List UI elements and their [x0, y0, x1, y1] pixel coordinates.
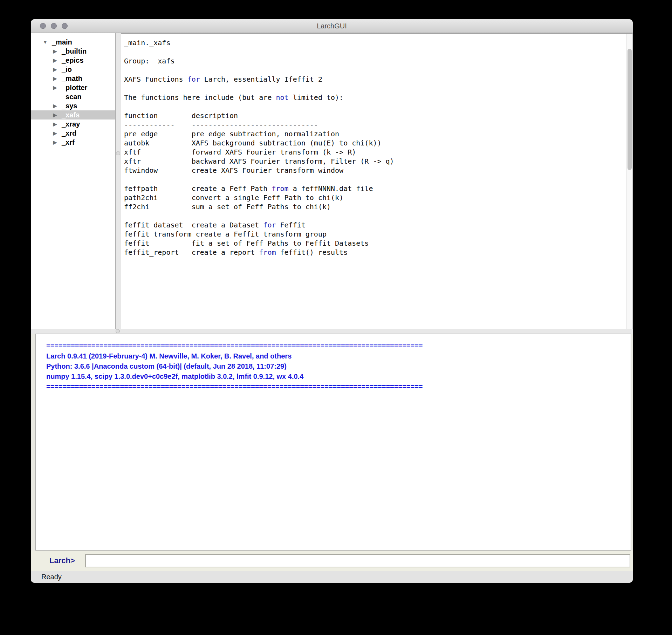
- larch-prompt-label: Larch>: [49, 556, 75, 565]
- vertical-splitter[interactable]: [116, 33, 121, 329]
- tree-item-xrd[interactable]: ▶_xrd: [31, 129, 115, 138]
- tree-item-io[interactable]: ▶_io: [31, 65, 115, 74]
- text-line: feffit_report create a report from feffi…: [124, 248, 625, 257]
- text-line: The functions here include (but are not …: [124, 93, 625, 102]
- triangle-down-icon[interactable]: ▼: [41, 37, 49, 47]
- text-line: pre_edge pre_edge subtraction, normaliza…: [124, 129, 625, 138]
- command-prompt-bar: Larch>: [31, 551, 633, 571]
- status-text: Ready: [41, 573, 62, 581]
- vertical-scrollbar[interactable]: [626, 34, 632, 329]
- horizontal-splitter[interactable]: [31, 329, 633, 334]
- larchgui-window: LarchGUI ▼_main▶_builtin▶_epics▶_io▶_mat…: [31, 19, 633, 583]
- tree-item-label: _epics: [62, 56, 83, 64]
- text-line: xftr backward XAFS Fourier transform, Fi…: [124, 157, 625, 166]
- group-description-text[interactable]: _main._xafs Group: _xafs XAFS Functions …: [121, 34, 632, 257]
- tree-item-label: _xrd: [62, 129, 76, 137]
- text-line: Python: 3.6.6 |Anaconda custom (64-bit)|…: [46, 361, 627, 371]
- text-line: ftwindow create XAFS Fourier transform w…: [124, 166, 625, 175]
- splitter-grip-icon[interactable]: [116, 151, 120, 155]
- status-bar: Ready: [31, 571, 633, 583]
- tree-item-label: _xrf: [62, 138, 75, 146]
- tree-item-label: _plotter: [62, 84, 87, 92]
- text-line: [124, 47, 625, 56]
- tree-item-label: _scan: [62, 93, 82, 101]
- text-line: function description: [124, 111, 625, 120]
- text-line: feffit_transform create a Feffit transfo…: [124, 230, 625, 239]
- text-line: [124, 102, 625, 111]
- triangle-right-icon[interactable]: ▶: [51, 101, 59, 110]
- text-line: [124, 175, 625, 184]
- tree-item-label: _main: [52, 38, 72, 46]
- console-output-pane[interactable]: ========================================…: [35, 334, 631, 551]
- triangle-right-icon[interactable]: ▶: [51, 120, 59, 129]
- text-line: ========================================…: [46, 341, 627, 351]
- triangle-right-icon[interactable]: ▶: [51, 138, 59, 147]
- splitter-grip-icon[interactable]: [116, 329, 120, 333]
- tree-item-label: _xafs: [62, 111, 80, 119]
- triangle-right-icon[interactable]: ▶: [51, 65, 59, 74]
- zoom-button[interactable]: [62, 23, 68, 29]
- text-line: _main._xafs: [124, 38, 625, 47]
- triangle-right-icon[interactable]: ▶: [51, 47, 59, 56]
- text-line: autobk XAFS background subtraction (mu(E…: [124, 138, 625, 148]
- group-tree: ▼_main▶_builtin▶_epics▶_io▶_math▶_plotte…: [31, 33, 116, 329]
- tree-item-main[interactable]: ▼_main: [31, 37, 115, 47]
- text-line: Larch 0.9.41 (2019-February-4) M. Newvil…: [46, 351, 627, 361]
- text-line: feffit fit a set of Feff Paths to Feffit…: [124, 239, 625, 248]
- tree-item-builtin[interactable]: ▶_builtin: [31, 47, 115, 56]
- text-line: [124, 84, 625, 93]
- tree-item-xray[interactable]: ▶_xray: [31, 120, 115, 129]
- text-line: xftf forward XAFS Fourier transform (k -…: [124, 148, 625, 157]
- tree-item-xafs[interactable]: ▶_xafs: [31, 110, 115, 120]
- title-bar[interactable]: LarchGUI: [31, 19, 633, 33]
- triangle-right-icon[interactable]: ▶: [51, 129, 59, 138]
- tree-item-xrf[interactable]: ▶_xrf: [31, 138, 115, 147]
- traffic-lights: [40, 23, 68, 29]
- tree-item-sys[interactable]: ▶_sys: [31, 101, 115, 110]
- tree-item-epics[interactable]: ▶_epics: [31, 56, 115, 65]
- tree-item-scan[interactable]: _scan: [31, 92, 115, 101]
- console-banner-text: ========================================…: [36, 334, 631, 392]
- triangle-right-icon[interactable]: ▶: [51, 110, 59, 120]
- text-line: ------------ ---------------------------…: [124, 120, 625, 129]
- tree-item-label: _builtin: [62, 47, 87, 55]
- text-line: XAFS Functions for Larch, essentially If…: [124, 75, 625, 84]
- tree-item-label: _math: [62, 75, 82, 83]
- tree-item-math[interactable]: ▶_math: [31, 74, 115, 83]
- text-line: path2chi convert a single Feff Path to c…: [124, 193, 625, 202]
- group-detail-pane: _main._xafs Group: _xafs XAFS Functions …: [121, 33, 633, 329]
- command-input[interactable]: [85, 554, 630, 567]
- triangle-right-icon[interactable]: ▶: [51, 74, 59, 83]
- text-line: feffpath create a Feff Path from a feffN…: [124, 184, 625, 193]
- tree-item-label: _xray: [62, 120, 80, 128]
- text-line: numpy 1.15.4, scipy 1.3.0.dev0+c0c9e2f, …: [46, 371, 627, 382]
- close-button[interactable]: [40, 23, 46, 29]
- text-line: ========================================…: [46, 382, 627, 392]
- tree-item-label: _io: [62, 66, 72, 74]
- tree-item-plotter[interactable]: ▶_plotter: [31, 83, 115, 92]
- window-title: LarchGUI: [317, 22, 347, 30]
- scrollbar-thumb[interactable]: [628, 49, 632, 170]
- text-line: Group: _xafs: [124, 56, 625, 66]
- top-split-area: ▼_main▶_builtin▶_epics▶_io▶_math▶_plotte…: [31, 33, 633, 329]
- text-line: feffit_dataset create a Dataset for Feff…: [124, 220, 625, 230]
- text-line: ff2chi sum a set of Feff Paths to chi(k): [124, 202, 625, 211]
- minimize-button[interactable]: [51, 23, 57, 29]
- tree-item-label: _sys: [62, 102, 77, 110]
- triangle-right-icon[interactable]: ▶: [51, 56, 59, 65]
- triangle-right-icon[interactable]: ▶: [51, 83, 59, 92]
- text-line: [124, 211, 625, 220]
- text-line: [124, 66, 625, 75]
